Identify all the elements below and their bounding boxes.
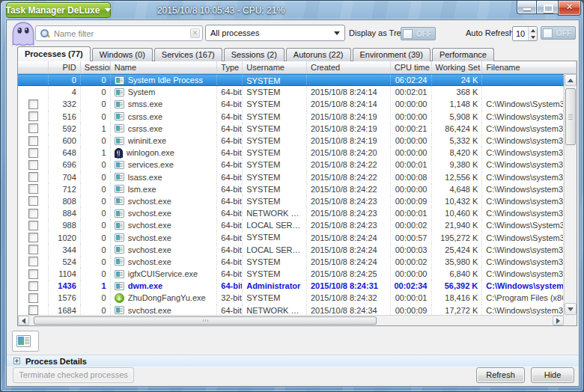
table-row[interactable]: 11040igfxCUIService.exe64-bitSYSTEM2015/… <box>18 268 564 280</box>
cell-check <box>18 231 49 243</box>
clear-filter-icon[interactable]: ✕ <box>190 28 200 38</box>
scroll-right-icon[interactable] <box>553 316 564 325</box>
row-checkbox[interactable] <box>28 305 38 315</box>
process-filter-dropdown[interactable]: All processes <box>205 25 345 41</box>
horizontal-scrollbar-thumb[interactable] <box>34 316 377 325</box>
table-row[interactable]: 9880svchost.exe64-bitLOCAL SERVICE2015/1… <box>18 219 564 231</box>
table-row[interactable]: 8080svchost.exe64-bitSYSTEM2015/10/8 8:2… <box>18 195 564 207</box>
tab-services[interactable]: Services (167) <box>154 48 222 61</box>
table-row[interactable]: 8840svchost.exe64-bitNETWORK SERVICE2015… <box>18 207 564 219</box>
row-checkbox[interactable] <box>28 111 38 121</box>
row-checkbox[interactable] <box>28 184 38 194</box>
row-checkbox[interactable] <box>28 196 38 206</box>
spinner-up-icon[interactable] <box>529 27 537 34</box>
table-row[interactable]: 5921csrss.exe64-bitSYSTEM2015/10/8 8:24:… <box>18 123 564 135</box>
hide-button[interactable]: Hide <box>531 367 574 383</box>
row-checkbox[interactable] <box>28 160 38 170</box>
cell-created: 2015/10/8 8:24:19 <box>307 111 391 123</box>
column-header-check[interactable] <box>18 61 49 73</box>
display-as-tree-toggle[interactable]: OFF <box>401 27 436 40</box>
column-header-created[interactable]: Created <box>307 61 391 73</box>
row-checkbox[interactable] <box>28 269 38 279</box>
table-row[interactable]: 7040lsass.exe64-bitSYSTEM2015/10/8 8:24:… <box>18 171 564 183</box>
cell-created: 2015/10/8 8:24:24 <box>307 256 391 268</box>
cell-type: 64-bit <box>217 135 243 147</box>
row-checkbox[interactable] <box>28 281 38 291</box>
table-row[interactable]: 10200svchost.exe64-bitSYSTEM2015/10/8 8:… <box>18 231 564 243</box>
tab-autoruns[interactable]: Autoruns (22) <box>286 48 351 61</box>
display-as-tree-label: Display as Tree <box>349 28 406 37</box>
row-checkbox[interactable] <box>28 257 38 266</box>
row-checkbox[interactable] <box>28 209 38 218</box>
column-header-name[interactable]: Name <box>111 61 218 73</box>
column-header-cpu[interactable]: CPU time <box>391 61 432 73</box>
vertical-scrollbar-thumb[interactable] <box>565 88 576 145</box>
vertical-scrollbar[interactable] <box>564 74 577 315</box>
column-header-session[interactable]: Session <box>81 61 111 73</box>
row-checkbox[interactable] <box>28 221 38 230</box>
maximize-button[interactable] <box>537 1 558 14</box>
row-checkbox[interactable] <box>28 233 38 242</box>
cell-created: 2015/10/8 8:24:22 <box>307 183 391 195</box>
tab-sessions[interactable]: Sessions (2) <box>224 48 285 61</box>
tab-windows[interactable]: Windows (0) <box>92 48 153 61</box>
minimize-button[interactable] <box>517 1 537 14</box>
terminate-checked-processes-button[interactable]: Terminate checked processes <box>13 367 134 383</box>
cell-file: C:\Windows\system32\ <box>482 256 564 268</box>
cell-session: 0 <box>81 304 111 315</box>
table-row[interactable]: 6960services.exe64-bitSYSTEM2015/10/8 8:… <box>18 159 564 171</box>
row-checkbox[interactable] <box>28 123 38 133</box>
column-header-ws[interactable]: Working Set <box>432 61 483 73</box>
table-row[interactable]: 14361dwm.exe64-bitAdministrator2015/10/8… <box>18 280 564 292</box>
table-row[interactable]: 3440svchost.exe64-bitLOCAL SERVICE2015/1… <box>18 244 564 256</box>
refresh-button[interactable]: Refresh <box>476 367 525 383</box>
name-filter-input[interactable] <box>52 28 190 39</box>
default-process-icon <box>115 124 124 132</box>
horizontal-scrollbar[interactable] <box>18 315 564 325</box>
cell-name: winlogon.exe <box>111 147 218 159</box>
column-header-file[interactable]: Filename <box>482 61 577 73</box>
cell-cpu: 00:00:21 <box>391 123 432 135</box>
cell-pid: 808 <box>49 195 81 207</box>
table-row[interactable]: 40System64-bitSYSTEM2015/10/8 8:24:1400:… <box>18 86 564 98</box>
scroll-up-icon[interactable] <box>565 74 577 86</box>
table-row[interactable]: 15760ZhuDongFangYu.exe32-bitSYSTEM2015/1… <box>18 292 564 304</box>
tab-processes[interactable]: Processes (77) <box>17 46 91 61</box>
table-row[interactable]: 00System Idle ProcessSYSTEM06:02:2424 K <box>18 74 564 86</box>
cell-pid: 1576 <box>49 292 81 304</box>
cell-cpu: 00:00:00 <box>391 147 432 159</box>
spinner-down-icon[interactable] <box>529 34 537 40</box>
app-menu-button[interactable]: Task Manager DeLuxe <box>6 2 111 18</box>
table-row[interactable]: 6481winlogon.exe64-bitSYSTEM2015/10/8 8:… <box>18 147 564 159</box>
tab-performance[interactable]: Performance <box>432 48 494 61</box>
cell-pid: 704 <box>49 171 81 183</box>
table-row[interactable]: 5240svchost.exe64-bitSYSTEM2015/10/8 8:2… <box>18 256 564 268</box>
row-checkbox[interactable] <box>28 148 38 158</box>
row-checkbox[interactable] <box>28 136 38 146</box>
table-row[interactable]: 7120lsm.exe64-bitSYSTEM2015/10/8 8:24:22… <box>18 183 564 195</box>
close-button[interactable] <box>558 1 581 16</box>
cell-cpu: 00:00:57 <box>391 231 432 243</box>
cell-name: lsass.exe <box>111 171 218 183</box>
cell-user: SYSTEM <box>243 111 307 123</box>
table-row[interactable]: 3320smss.exe64-bitSYSTEM2015/10/8 8:24:1… <box>18 98 564 110</box>
table-row[interactable]: 16840svchost.exe64-bitNETWORK SERVICE201… <box>18 304 564 315</box>
table-row[interactable]: 5160csrss.exe64-bitSYSTEM2015/10/8 8:24:… <box>18 111 564 123</box>
row-checkbox[interactable] <box>28 245 38 254</box>
auto-refresh-toggle[interactable]: OFF <box>541 26 576 40</box>
column-header-pid[interactable]: PID <box>49 61 81 73</box>
default-process-icon <box>115 161 124 169</box>
auto-refresh-interval-value[interactable]: 10 <box>513 27 528 40</box>
column-header-type[interactable]: Type <box>217 61 243 73</box>
expand-plus-icon[interactable] <box>13 358 20 364</box>
row-checkbox[interactable] <box>28 99 38 109</box>
table-row[interactable]: 6000wininit.exe64-bitSYSTEM2015/10/8 8:2… <box>18 135 564 147</box>
column-header-user[interactable]: Username <box>243 61 307 73</box>
scroll-left-icon[interactable] <box>18 316 29 325</box>
row-checkbox[interactable] <box>28 172 38 182</box>
process-details-bar[interactable]: Process Details <box>7 355 579 367</box>
scroll-down-icon[interactable] <box>565 303 577 315</box>
cell-session: 0 <box>81 195 111 207</box>
tab-environment[interactable]: Environment (39) <box>353 48 431 61</box>
row-checkbox[interactable] <box>28 293 38 303</box>
